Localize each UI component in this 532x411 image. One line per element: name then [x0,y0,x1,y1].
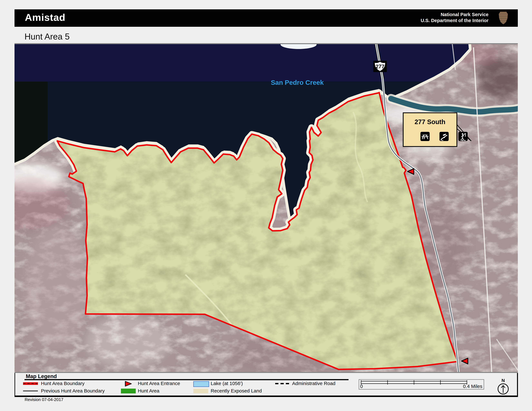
legend-swatch-entrance-arrow-icon [125,381,132,387]
legend-label: Lake (at 1056') [211,381,243,386]
legend-title: Map Legend [26,373,57,379]
legend-swatch-administrative-road [275,383,291,384]
legend-swatch-hunt-area-boundary [23,382,38,385]
page-title: Hunt Area 5 [25,32,70,41]
boat-launch-icon [439,132,449,141]
map-legend-panel: Map Legend Hunt Area Boundary Previous H… [15,373,518,397]
legend-label: Hunt Area Boundary [41,381,85,386]
route-shield-number: 277 [375,64,384,69]
callout-title: 277 South [415,118,445,125]
legend-label: Hunt Area [138,388,159,394]
agency-line-1: National Park Service [421,12,488,18]
hunt-area-map[interactable]: 277 San Pedro Creek 277 South [15,44,518,372]
park-title: Amistad [25,12,66,23]
legend-divider [25,379,349,380]
agency-block: National Park Service U.S. Department of… [421,12,488,24]
legend-label: Hunt Area Entrance [138,381,180,386]
legend-label: Recently Exposed Land [211,388,262,394]
north-arrow: N [496,378,510,395]
fishing-icon [458,132,468,141]
scale-end-label: 0.4 Miles [463,383,482,389]
route-277-shield: 277 [373,61,387,72]
picnic-table-icon [420,132,430,141]
scale-start-label: 0 [360,383,363,389]
legend-label: Administrative Road [292,381,335,386]
legend-swatch-previous-boundary [23,390,38,392]
legend-swatch-lake [193,381,209,387]
scale-bar: 0 0.4 Miles [359,379,484,390]
map-canvas[interactable]: 277 San Pedro Creek 277 South [15,43,518,373]
revision-date: Revision 07-04-2017 [25,397,63,402]
legend-swatch-hunt-area [121,389,136,393]
creek-label: San Pedro Creek [271,79,324,86]
legend-label: Previous Hunt Area Boundary [41,388,105,394]
header-bar: Amistad National Park Service U.S. Depar… [15,9,518,27]
legend-swatch-recently-exposed-land [193,389,208,393]
north-label: N [502,378,505,383]
agency-line-2: U.S. Department of the Interior [421,18,488,24]
nps-arrowhead-logo-icon [499,12,508,24]
